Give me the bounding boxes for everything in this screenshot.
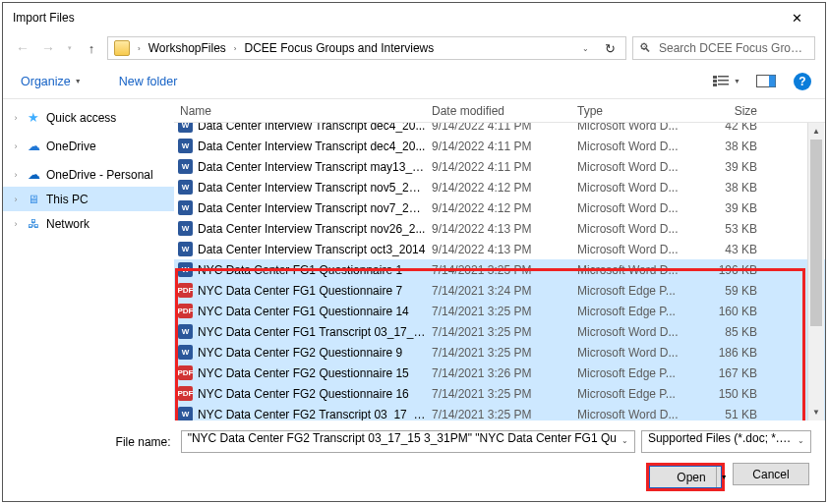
address-bar[interactable]: › WorkshopFiles › DCEE Focus Groups and … xyxy=(107,36,626,60)
file-row[interactable]: WNYC Data Center FG1 Transcript 03_17_15… xyxy=(174,321,825,342)
svg-rect-0 xyxy=(713,76,717,79)
column-header-name[interactable]: Name xyxy=(174,104,426,118)
file-row[interactable]: WData Center Interview Transcript may13_… xyxy=(174,156,825,177)
file-type: Microsoft Word D... xyxy=(571,160,693,174)
column-header-size[interactable]: Size xyxy=(693,104,777,118)
column-header-type[interactable]: Type xyxy=(571,104,693,118)
file-row[interactable]: PDFNYC Data Center FG1 Questionnaire 147… xyxy=(174,301,825,321)
help-icon[interactable]: ? xyxy=(794,73,811,90)
sidebar-item-label: Network xyxy=(46,217,89,231)
word-file-icon: W xyxy=(178,200,193,215)
file-type: Microsoft Word D... xyxy=(571,140,693,153)
path-segment-current[interactable]: DCEE Focus Groups and Interviews xyxy=(242,41,436,55)
scroll-down-icon[interactable]: ▼ xyxy=(808,404,824,420)
file-type-filter[interactable]: Supported Files (*.doc; *.docx; ⌄ xyxy=(641,430,811,453)
file-row[interactable]: WNYC Data Center FG2 Transcript 03_17_15… xyxy=(174,404,825,420)
filename-value: "NYC Data Center FG2 Transcript 03_17_15… xyxy=(188,431,617,445)
word-file-icon: W xyxy=(178,345,193,360)
open-button-highlight: Open ▼ xyxy=(646,463,725,491)
file-list-pane: Name Date modified Type Size WData Cente… xyxy=(174,99,825,420)
file-name: NYC Data Center FG2 Transcript 03_17_15.… xyxy=(198,408,426,421)
sidebar-item-network[interactable]: ›🖧Network xyxy=(3,211,174,236)
file-name: NYC Data Center FG2 Questionnaire 15 xyxy=(198,366,426,380)
sidebar-item-label: OneDrive - Personal xyxy=(46,168,153,182)
search-input[interactable]: 🔍︎ Search DCEE Focus Groups a... xyxy=(632,36,815,60)
file-date: 7/14/2021 3:25 PM xyxy=(426,325,571,339)
close-button[interactable]: ✕ xyxy=(775,4,819,31)
svg-rect-5 xyxy=(718,84,729,85)
file-row[interactable]: PDFNYC Data Center FG2 Questionnaire 167… xyxy=(174,383,825,404)
scrollbar-vertical[interactable]: ▲ ▼ xyxy=(807,123,824,420)
file-row[interactable]: PDFNYC Data Center FG1 Questionnaire 77/… xyxy=(174,280,825,301)
scroll-up-icon[interactable]: ▲ xyxy=(808,123,824,140)
file-name: Data Center Interview Transcript dec4_20… xyxy=(198,140,426,153)
address-dropdown-caret-icon[interactable]: ⌄ xyxy=(582,44,589,53)
column-header-date[interactable]: Date modified xyxy=(426,104,571,118)
word-file-icon: W xyxy=(178,180,193,195)
new-folder-button[interactable]: New folder xyxy=(119,75,178,88)
caret-down-icon[interactable]: ⌄ xyxy=(621,436,628,445)
file-size: 38 KB xyxy=(693,140,777,153)
caret-down-icon: ▼ xyxy=(734,78,740,84)
file-type: Microsoft Word D... xyxy=(571,263,693,277)
file-date: 7/14/2021 3:24 PM xyxy=(426,284,571,298)
chevron-right-icon[interactable]: › xyxy=(11,113,21,123)
file-date: 7/14/2021 3:25 PM xyxy=(426,305,571,318)
file-date: 7/14/2021 3:26 PM xyxy=(426,366,571,380)
file-row[interactable]: WData Center Interview Transcript oct3_2… xyxy=(174,239,825,259)
file-row[interactable]: WData Center Interview Transcript dec4_2… xyxy=(174,123,825,136)
caret-down-icon[interactable]: ⌄ xyxy=(798,436,804,445)
file-row[interactable]: WData Center Interview Transcript nov5_2… xyxy=(174,177,825,197)
cancel-button[interactable]: Cancel xyxy=(733,463,809,485)
chevron-right-icon[interactable]: › xyxy=(11,195,21,204)
chevron-right-icon[interactable]: › xyxy=(11,141,21,151)
file-type: Microsoft Word D... xyxy=(571,123,693,133)
preview-pane-button[interactable] xyxy=(756,75,776,87)
svg-rect-7 xyxy=(769,76,776,87)
file-size: 42 KB xyxy=(693,123,777,133)
toolbar: Organize ▼ New folder ▼ ? xyxy=(3,64,825,99)
chevron-right-icon[interactable]: › xyxy=(230,44,241,53)
file-size: 39 KB xyxy=(693,160,777,174)
nav-back-icon[interactable]: ← xyxy=(13,38,32,58)
file-row[interactable]: WData Center Interview Transcript nov26_… xyxy=(174,218,825,239)
view-details-icon xyxy=(711,73,731,90)
nav-forward-icon[interactable]: → xyxy=(38,38,58,58)
file-row[interactable]: WData Center Interview Transcript nov7_2… xyxy=(174,197,825,218)
sidebar-item-onedrive-personal[interactable]: ›☁OneDrive - Personal xyxy=(3,162,174,187)
file-row[interactable]: WNYC Data Center FG2 Questionnaire 97/14… xyxy=(174,342,825,363)
file-type: Microsoft Word D... xyxy=(571,181,693,195)
sidebar-item-quick-access[interactable]: ›★Quick access xyxy=(3,105,174,130)
scroll-thumb[interactable] xyxy=(810,140,822,326)
star-icon: ★ xyxy=(26,110,41,126)
nav-history-caret-icon[interactable]: ▾ xyxy=(64,44,76,52)
open-button[interactable]: Open ▼ xyxy=(649,466,722,488)
refresh-icon[interactable]: ↻ xyxy=(605,41,616,56)
nav-up-icon[interactable]: ↑ xyxy=(82,38,101,58)
sidebar-item-this-pc[interactable]: ›🖥This PC xyxy=(3,187,174,211)
file-name: NYC Data Center FG2 Questionnaire 16 xyxy=(198,387,426,401)
chevron-right-icon[interactable]: › xyxy=(11,219,21,229)
word-file-icon: W xyxy=(178,407,193,420)
file-row[interactable]: WNYC Data Center FG1 Questionnaire 17/14… xyxy=(174,259,825,280)
file-type: Microsoft Edge P... xyxy=(571,305,693,318)
chevron-right-icon[interactable]: › xyxy=(11,170,21,180)
organize-label: Organize xyxy=(21,75,71,88)
cloud-icon: ☁ xyxy=(26,139,41,154)
file-row[interactable]: WData Center Interview Transcript dec4_2… xyxy=(174,136,825,156)
view-mode-button[interactable]: ▼ xyxy=(711,73,740,90)
open-split-caret-icon[interactable]: ▼ xyxy=(716,467,732,487)
sidebar-item-onedrive[interactable]: ›☁OneDrive xyxy=(3,134,174,158)
file-row[interactable]: PDFNYC Data Center FG2 Questionnaire 157… xyxy=(174,363,825,383)
organize-button[interactable]: Organize ▼ xyxy=(21,75,82,88)
search-icon: 🔍︎ xyxy=(639,41,651,55)
path-segment-root[interactable]: WorkshopFiles xyxy=(147,41,228,55)
filename-input[interactable]: "NYC Data Center FG2 Transcript 03_17_15… xyxy=(181,430,635,453)
chevron-right-icon[interactable]: › xyxy=(134,44,145,53)
file-name: NYC Data Center FG1 Transcript 03_17_15.… xyxy=(198,325,426,339)
file-name: NYC Data Center FG2 Questionnaire 9 xyxy=(198,346,426,360)
import-files-dialog: Import Files ✕ ← → ▾ ↑ › WorkshopFiles ›… xyxy=(2,2,826,502)
word-file-icon: W xyxy=(178,159,193,174)
filename-label: File name: xyxy=(17,435,175,449)
file-date: 9/14/2022 4:12 PM xyxy=(426,181,571,195)
